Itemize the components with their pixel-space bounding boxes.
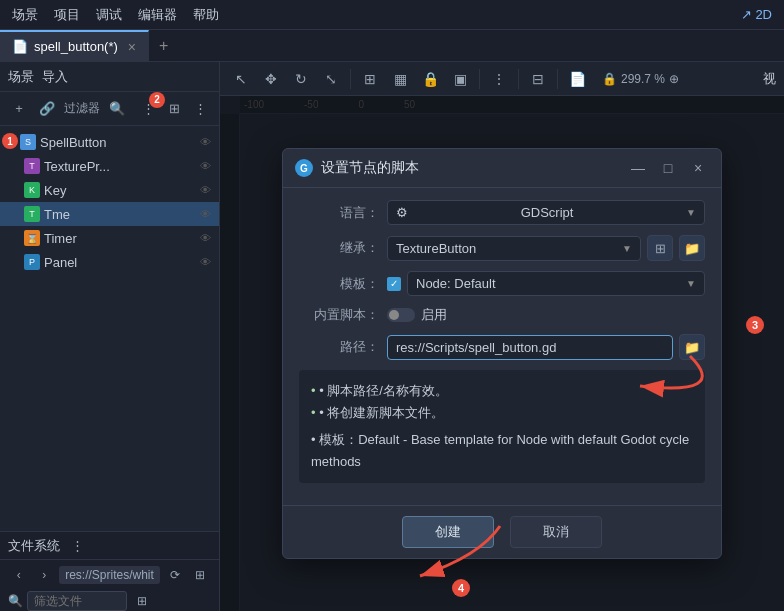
grid-btn[interactable]: ▦ (387, 66, 413, 92)
inherit-value: TextureButton ▼ ⊞ 📁 (387, 235, 705, 261)
scene-title: 场景 (8, 68, 34, 86)
fs-back-btn[interactable]: ‹ (8, 564, 30, 586)
language-value: ⚙ GDScript ▼ (387, 200, 705, 225)
texturepr-icon: T (24, 158, 40, 174)
key-label: Key (44, 183, 196, 198)
info-line-3: • 模板：Default - Base template for Node wi… (311, 429, 693, 473)
tree-item-key[interactable]: K Key 👁 (0, 178, 219, 202)
inherit-scene-btn[interactable]: ⊞ (647, 235, 673, 261)
snap-btn[interactable]: ⊞ (357, 66, 383, 92)
scale-tool-btn[interactable]: ⤡ (318, 66, 344, 92)
filter-icon[interactable]: 🔍 (106, 98, 128, 120)
visibility-eye-tme[interactable]: 👁 (200, 208, 211, 220)
template-checkbox[interactable]: ✓ (387, 277, 401, 291)
template-checkbox-row: ✓ (387, 277, 401, 291)
fs-header: 文件系统 ⋮ (0, 532, 219, 560)
scene-icon-btn[interactable]: ⊞ (163, 98, 185, 120)
modal-minimize-btn[interactable]: — (627, 157, 649, 179)
language-row: 语言： ⚙ GDScript ▼ (299, 200, 705, 225)
move-tool-btn[interactable]: ✥ (258, 66, 284, 92)
tab-close-btn[interactable]: × (128, 39, 136, 55)
texturepr-label: TexturePr... (44, 159, 196, 174)
visibility-eye-panel[interactable]: 👁 (200, 256, 211, 268)
tab-add-btn[interactable]: + (149, 37, 178, 55)
builtin-text: 启用 (421, 306, 447, 324)
panel-dots-btn[interactable]: ⋮ (189, 98, 211, 120)
select-tool-btn[interactable]: ↖ (228, 66, 254, 92)
sep3 (518, 69, 519, 89)
script-icon: 📄 (564, 66, 590, 92)
filter-search-icon: 🔍 (8, 594, 23, 608)
sep4 (557, 69, 558, 89)
modal-body: 语言： ⚙ GDScript ▼ 继承： (283, 188, 721, 504)
tree-item-tme[interactable]: T Tme 👁 (0, 202, 219, 226)
add-node-btn[interactable]: + (8, 98, 30, 120)
badge-2: 2 (149, 92, 165, 108)
inherit-text: TextureButton (396, 241, 476, 256)
info-text-3: • 模板：Default - Base template for Node wi… (311, 432, 689, 469)
tab-spell-button[interactable]: 📄 spell_button(*) × (0, 30, 149, 61)
language-select[interactable]: ⚙ GDScript ▼ (387, 200, 705, 225)
info-text-2: • 将创建新脚本文件。 (319, 405, 444, 420)
main-layout: 场景 导入 + 🔗 过滤器 🔍 ⋮ 2 ⊞ ⋮ 1 ▾ (0, 62, 784, 611)
tree-item-texturepr[interactable]: T TexturePr... 👁 (0, 154, 219, 178)
scene-header: 场景 导入 (0, 62, 219, 92)
builtin-value: 启用 (387, 306, 705, 324)
visibility-eye-timer[interactable]: 👁 (200, 232, 211, 244)
more-btn[interactable]: ⋮ (486, 66, 512, 92)
template-select[interactable]: Node: Default ▼ (407, 271, 705, 296)
path-input[interactable] (387, 335, 673, 360)
create-btn[interactable]: 创建 (402, 516, 494, 548)
menu-debug[interactable]: 调试 (96, 6, 122, 24)
lock-btn[interactable]: 🔒 (417, 66, 443, 92)
fs-filter-extra-btn[interactable]: ⊞ (131, 590, 153, 611)
tree-item-timer[interactable]: ⌛ Timer 👁 (0, 226, 219, 250)
template-arrow: ▼ (686, 278, 696, 289)
badge-4: 4 (452, 579, 470, 597)
fs-filter-input[interactable] (27, 591, 127, 611)
inherit-select[interactable]: TextureButton ▼ (387, 236, 641, 261)
language-arrow: ▼ (686, 207, 696, 218)
visibility-eye-texturepr[interactable]: 👁 (200, 160, 211, 172)
align-btn[interactable]: ⊟ (525, 66, 551, 92)
fs-path: res://Sprites/whit (59, 566, 160, 584)
inherit-folder-btn[interactable]: 📁 (679, 235, 705, 261)
spellbutton-label: SpellButton (40, 135, 196, 150)
fs-title: 文件系统 (8, 537, 60, 555)
menu-project[interactable]: 项目 (54, 6, 80, 24)
modal-close-btn[interactable]: × (687, 157, 709, 179)
builtin-toggle[interactable] (387, 308, 415, 322)
builtin-label: 内置脚本： (299, 306, 379, 324)
language-icon: ⚙ (396, 205, 408, 220)
path-folder-btn[interactable]: 📁 (679, 334, 705, 360)
fs-menu-btn[interactable]: ⋮ (66, 535, 88, 557)
fs-view-btn[interactable]: ⊞ (189, 564, 211, 586)
tree-item-spellbutton[interactable]: 1 ▾ S SpellButton 👁 (0, 130, 219, 154)
info-line-1: • • 脚本路径/名称有效。 (311, 380, 693, 402)
menu-scene[interactable]: 场景 (12, 6, 38, 24)
visibility-eye-key[interactable]: 👁 (200, 184, 211, 196)
spellbutton-icon: S (20, 134, 36, 150)
rotate-tool-btn[interactable]: ↻ (288, 66, 314, 92)
view-btn[interactable]: 视 (763, 70, 776, 88)
inherit-arrow: ▼ (622, 243, 632, 254)
visibility-eye-spellbutton[interactable]: 👁 (200, 136, 211, 148)
menu-editor[interactable]: 编辑器 (138, 6, 177, 24)
tree-item-panel[interactable]: P Panel 👁 (0, 250, 219, 274)
panel-icon: P (24, 254, 40, 270)
template-text: Node: Default (416, 276, 496, 291)
template-label: 模板： (299, 275, 379, 293)
panel-header-right: ⋮ 2 ⊞ ⋮ (137, 98, 211, 120)
script-dialog: G 设置节点的脚本 — □ × 语言： ⚙ (282, 148, 722, 558)
group-btn[interactable]: ▣ (447, 66, 473, 92)
menu-bar: 场景 项目 调试 编辑器 帮助 ↗ 2D (0, 0, 784, 30)
info-line-2: • • 将创建新脚本文件。 (311, 402, 693, 424)
modal-maximize-btn[interactable]: □ (657, 157, 679, 179)
menu-help[interactable]: 帮助 (193, 6, 219, 24)
canvas-viewport[interactable]: -100 -50 0 50 G 设置节点的脚本 — □ (220, 96, 784, 611)
fs-forward-btn[interactable]: › (34, 564, 56, 586)
link-btn[interactable]: 🔗 (36, 98, 58, 120)
panel-menu-btn[interactable]: ⋮ 2 (137, 98, 159, 120)
cancel-btn[interactable]: 取消 (510, 516, 602, 548)
fs-refresh-btn[interactable]: ⟳ (164, 564, 186, 586)
